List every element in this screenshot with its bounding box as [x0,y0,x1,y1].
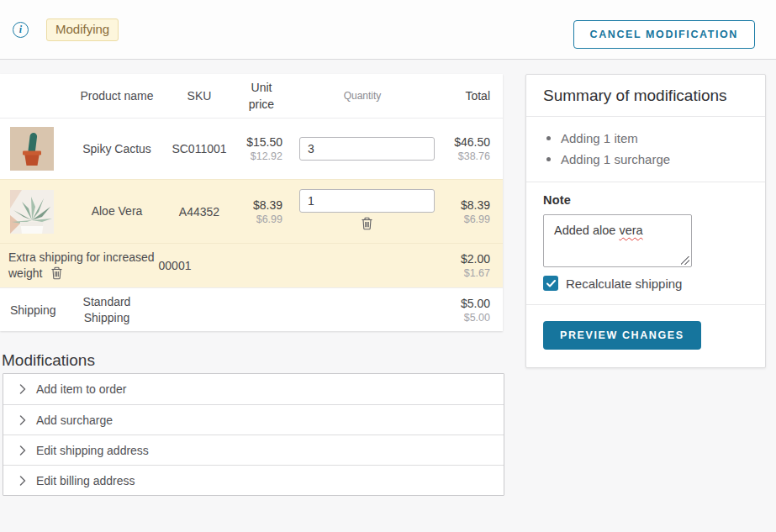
unit-price-secondary: $6.99 [240,213,282,225]
total-price: $8.39 [461,198,490,212]
summary-of-modifications-panel: Summary of modifications Adding 1 item A… [525,74,766,368]
table-row: Extra shipping for increased weight 0000… [0,243,503,287]
aloe-image [10,190,54,234]
chevron-right-icon [19,415,26,425]
surcharge-sku: 00001 [151,259,198,272]
checkmark-icon [546,280,556,287]
quantity-column-header: Quantity [282,90,442,102]
info-icon[interactable]: i [13,22,29,38]
product-sku: A44352 [158,205,240,219]
product-sku: SC011001 [158,142,240,155]
total-price: $46.50 [454,135,490,149]
product-image-aloe-vera [0,190,76,234]
accordion-item-label: Add surcharge [36,413,113,427]
top-bar: i Modifying CANCEL MODIFICATION [0,0,776,60]
unit-price-cell: $15.50 $12.92 [240,135,282,162]
delete-surcharge-button[interactable] [50,266,63,280]
total-price-secondary: $6.99 [442,213,490,225]
total-cell: $2.00 $1.67 [461,252,503,279]
total-price: $5.00 [461,297,490,310]
total-price-secondary: $38.76 [442,150,490,162]
trash-icon [50,266,63,280]
unit-price-secondary: $12.92 [240,150,282,162]
unit-price: $8.39 [253,198,282,212]
product-name: Aloe Vera [76,203,158,219]
note-label: Note [543,193,748,207]
shipping-method: Standard Shipping [66,294,148,326]
chevron-right-icon [19,445,26,456]
chevron-right-icon [19,384,26,394]
quantity-input[interactable] [299,189,435,213]
shipping-row-label: Shipping [0,303,66,317]
sku-column-header: SKU [158,89,240,103]
accordion-item-add-surcharge[interactable]: Add surcharge [3,404,504,435]
total-cell: $46.50 $38.76 [442,135,503,162]
textarea-resize-handle[interactable] [681,256,689,265]
table-header-row: Product name SKU Unit price Quantity Tot… [0,74,503,118]
accordion-item-label: Add item to order [36,382,126,396]
order-items-table: Product name SKU Unit price Quantity Tot… [0,74,503,331]
quantity-cell [282,189,442,234]
summary-panel-title: Summary of modifications [526,75,765,116]
surcharge-label: Extra shipping for increased weight [8,250,155,280]
table-row: Aloe Vera A44352 $8.39 $6.99 [0,179,503,243]
table-row: Shipping Standard Shipping $5.00 $5.00 [0,287,503,331]
total-cell: $8.39 $6.99 [442,198,503,225]
accordion-item-label: Edit billing address [36,474,135,487]
chevron-right-icon [19,476,26,486]
accordion-item-edit-shipping-address[interactable]: Edit shipping address [3,435,504,465]
table-row: Spiky Cactus SC011001 $15.50 $12.92 $46.… [0,118,503,179]
trash-icon [361,217,373,230]
cancel-modification-button[interactable]: CANCEL MODIFICATION [573,20,755,49]
preview-changes-button[interactable]: PREVIEW CHANGES [543,321,701,350]
recalculate-shipping-label: Recalculate shipping [566,277,682,291]
unit-price: $15.50 [246,135,282,149]
product-name: Spiky Cactus [76,141,158,157]
modifications-accordion: Add item to order Add surcharge Edit shi… [3,373,504,496]
summary-item: Adding 1 surcharge [546,149,748,170]
quantity-input[interactable] [299,137,435,161]
note-textarea[interactable]: Added aloe vera [543,214,692,267]
total-price-secondary: $5.00 [461,312,490,324]
recalculate-shipping-checkbox[interactable] [543,276,558,291]
summary-item: Adding 1 item [546,128,748,149]
unit-price-cell: $8.39 $6.99 [240,198,282,225]
modifications-section-title: Modifications [2,351,95,370]
quantity-cell [282,137,442,161]
delete-line-item-button[interactable] [361,217,373,230]
product-name-column-header: Product name [76,88,158,104]
note-text-misspelled: vera [619,224,642,237]
surcharge-name: Extra shipping for increased weight [0,250,165,282]
status-badge: Modifying [46,18,119,41]
unit-price-column-header: Unit price [240,79,282,113]
note-text: Added aloe [554,224,619,237]
cactus-image [10,127,54,171]
accordion-item-edit-billing-address[interactable]: Edit billing address [3,465,504,495]
total-price-secondary: $1.67 [461,267,490,279]
product-image-spiky-cactus [0,127,76,171]
accordion-item-label: Edit shipping address [36,444,149,457]
total-price: $2.00 [461,252,490,266]
modification-summary-list: Adding 1 item Adding 1 surcharge [526,117,765,182]
total-cell: $5.00 $5.00 [461,297,503,324]
accordion-item-add-item-to-order[interactable]: Add item to order [3,374,504,404]
total-column-header: Total [442,89,503,103]
